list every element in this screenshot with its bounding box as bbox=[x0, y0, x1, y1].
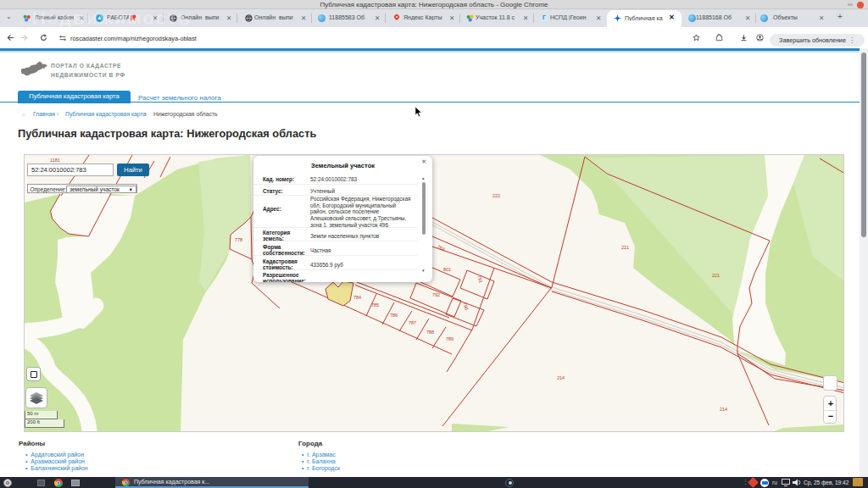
svg-text:221: 221 bbox=[712, 273, 720, 278]
svg-text:788: 788 bbox=[426, 330, 434, 335]
svg-text:789: 789 bbox=[446, 336, 453, 341]
svg-text:786: 786 bbox=[390, 313, 398, 318]
svg-text:221: 221 bbox=[621, 245, 629, 250]
svg-text:792: 792 bbox=[432, 292, 440, 297]
svg-text:784: 784 bbox=[353, 295, 361, 300]
svg-text:778: 778 bbox=[235, 237, 242, 242]
svg-text:790: 790 bbox=[462, 302, 470, 311]
svg-text:791: 791 bbox=[476, 274, 484, 284]
svg-text:1181: 1181 bbox=[50, 158, 60, 163]
svg-text:222: 222 bbox=[492, 193, 500, 198]
svg-text:801: 801 bbox=[443, 267, 451, 272]
svg-text:214: 214 bbox=[557, 375, 565, 380]
svg-text:785: 785 bbox=[371, 302, 379, 308]
svg-text:787: 787 bbox=[409, 320, 416, 325]
svg-text:214: 214 bbox=[720, 407, 727, 412]
